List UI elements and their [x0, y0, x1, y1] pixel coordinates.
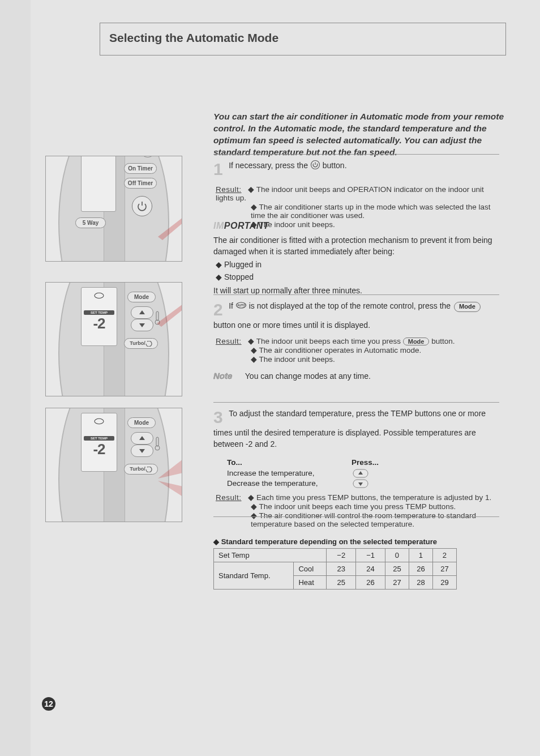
- step-1-text: If necessary, press the button.: [229, 161, 346, 170]
- note-callout: Note You can change modes at any time.: [213, 370, 499, 382]
- page-title-box: Selecting the Automatic Mode: [100, 23, 506, 55]
- intro-paragraph: You can start the air conditioner in Aut…: [213, 111, 509, 159]
- step-3: 3 To adjust the standard temperature, pr…: [213, 408, 499, 590]
- set-temp-value: -2: [82, 441, 117, 458]
- svg-point-7: [95, 293, 104, 298]
- off-timer-button: Off Timer: [124, 178, 157, 189]
- mode-button: Mode: [127, 417, 156, 428]
- divider: [213, 294, 499, 295]
- swing-button: [141, 156, 155, 157]
- set-temp-label: SET TEMP: [84, 436, 114, 441]
- temp-up-button: [131, 432, 153, 445]
- page-title: Selecting the Automatic Mode: [100, 23, 505, 53]
- power-set-cancel-button: [132, 196, 152, 216]
- important-suffix: PORTANT: [224, 221, 269, 230]
- important-callout: IMPORTANT The air conditioner is fitted …: [213, 221, 499, 296]
- temp-down-icon: [352, 479, 370, 488]
- turbo-sleep-button: Turbo/: [124, 338, 158, 349]
- step-number: 3: [213, 408, 223, 426]
- temp-up-icon: [352, 469, 370, 478]
- pointer-arrow-icon: [149, 303, 182, 331]
- divider: [213, 154, 499, 155]
- thermometer-icon: [155, 437, 160, 454]
- svg-marker-6: [158, 217, 182, 240]
- divider: [213, 402, 499, 403]
- svg-text:AUTO: AUTO: [237, 304, 245, 307]
- remote-illustration-1: On Timer Off Timer 5 Way: [45, 156, 182, 262]
- mode-button: Mode: [127, 292, 156, 302]
- svg-point-5: [134, 198, 151, 215]
- remote-lcd: [81, 156, 116, 212]
- auto-mode-icon: AUTO: [235, 301, 247, 312]
- svg-point-11: [95, 418, 104, 424]
- svg-rect-12: [156, 437, 158, 446]
- set-temp-value: -2: [82, 315, 117, 332]
- temp-down-button: [131, 445, 153, 457]
- remote-lcd: SET TEMP -2: [81, 287, 117, 346]
- step-1: 1 If necessary, press the button. Result…: [213, 160, 499, 229]
- important-prefix: IM: [213, 221, 224, 230]
- svg-marker-15: [158, 481, 182, 497]
- power-icon: [310, 160, 320, 173]
- page-number: 12: [42, 697, 55, 711]
- step-3-intro: To adjust the standard temperature, pres…: [213, 409, 486, 449]
- mode-button-inline: Mode: [454, 302, 481, 312]
- left-margin-strip: [0, 0, 31, 756]
- svg-marker-10: [157, 304, 182, 327]
- on-timer-button: On Timer: [124, 163, 157, 174]
- divider: [213, 516, 499, 517]
- step-2-result: Result: ◆ The indoor unit beeps each tim…: [213, 336, 499, 364]
- step-2: 2 If AUTO is not displayed at the top of…: [213, 300, 499, 382]
- auto-mode-icon: [82, 291, 117, 301]
- step-3-result: Result: ◆ Each time you press TEMP butto…: [213, 493, 499, 528]
- set-temp-label: SET TEMP: [84, 310, 114, 315]
- auto-mode-icon: [82, 417, 117, 427]
- temp-adjust-table: To... Press... Increase the temperature,…: [227, 458, 499, 489]
- step-2-text: If AUTO is not displayed at the top of t…: [213, 301, 482, 330]
- pointer-arrow-icon: [149, 458, 182, 498]
- remote-illustration-3: SET TEMP -2 Mode Turbo/: [45, 408, 182, 522]
- remote-lcd: SET TEMP -2: [81, 413, 117, 472]
- standard-temp-table: ◆ Standard temperature depending on the …: [213, 537, 499, 590]
- 5way-button: 5 Way: [75, 217, 106, 228]
- remote-illustration-2: SET TEMP -2 Mode Turbo/: [45, 282, 182, 396]
- step-number: 2: [213, 300, 223, 319]
- pointer-arrow-icon: [150, 216, 182, 245]
- step-number: 1: [213, 160, 223, 178]
- svg-marker-14: [158, 459, 182, 479]
